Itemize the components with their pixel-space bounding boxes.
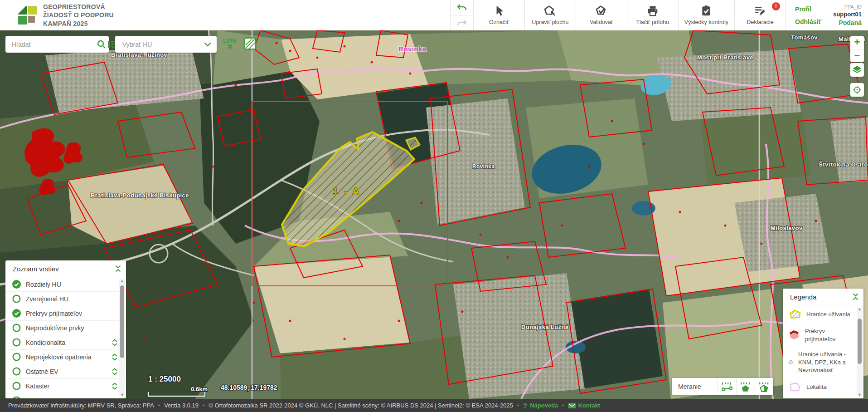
layer-label: Prekryv prijímateľov: [26, 310, 82, 317]
scroll-down-arrow[interactable]: ▼: [857, 392, 863, 397]
unchecked-circle-icon[interactable]: [12, 396, 21, 398]
scroll-up-arrow[interactable]: ▲: [119, 279, 125, 283]
alert-badge: !: [772, 2, 780, 10]
measure-area-partial-icon: [758, 381, 770, 392]
map-label-most-pri-bratislave: Most pri Bratislave: [697, 54, 753, 61]
layer-item-vrstvy[interactable]: Vrstvy: [5, 393, 126, 398]
expand-chevrons-icon[interactable]: [112, 383, 118, 390]
layers-panel-header: Zoznam vrstiev: [5, 260, 126, 277]
validate-button[interactable]: Validovať: [576, 0, 627, 30]
select-hu-dropdown[interactable]: Vybrať HU: [115, 36, 217, 53]
search-button[interactable]: [97, 36, 107, 53]
app-title: GEOPRIESTOROVÁ ŽIADOSŤ O PODPORU KAMPAŇ …: [43, 3, 114, 28]
zoom-in-button[interactable]: +: [850, 36, 864, 49]
unchecked-circle-icon[interactable]: [12, 382, 21, 390]
logout-link[interactable]: Odhlásiť: [795, 18, 821, 25]
crosshair-icon: [852, 85, 862, 95]
expand-chevrons-icon[interactable]: [112, 353, 118, 361]
edit-area-button[interactable]: Upraviť plochu: [525, 0, 576, 30]
layer-item-prekryv-prijimatelov[interactable]: Prekryv prijímateľov: [5, 306, 126, 321]
legend-panel: Legenda Hranice užívania Prekryv prijíma…: [783, 289, 863, 398]
parcel-hatch-toggle-button[interactable]: [243, 37, 257, 52]
layer-item-neprojektove-opatrenia[interactable]: Neprojektové opatrenia: [5, 350, 126, 364]
search-box: [5, 36, 109, 53]
scroll-up-arrow[interactable]: ▲: [857, 307, 863, 311]
select-tool-button[interactable]: Označiť: [474, 0, 525, 30]
redo-button[interactable]: [451, 15, 473, 30]
application-status-badge: Podaná: [839, 19, 862, 26]
yellow-hatched-swatch-icon: [788, 309, 802, 320]
legend-scrollbar[interactable]: ▲ ▼: [857, 307, 863, 397]
undo-redo-group: [450, 0, 474, 30]
layer-item-kondicionalita[interactable]: Kondicionalita: [5, 335, 126, 350]
declarations-button[interactable]: Deklarácie !: [735, 0, 786, 30]
layer-item-neproduktivne-prvky[interactable]: Neproduktívne prvky: [5, 321, 126, 335]
unchecked-circle-icon[interactable]: [12, 353, 21, 361]
expand-chevrons-icon[interactable]: [112, 339, 118, 346]
undo-button[interactable]: [451, 0, 473, 15]
checked-circle-icon[interactable]: [12, 309, 21, 318]
pink-outline-swatch-icon: [788, 382, 802, 392]
account-area: Profil Odhlásiť PPA_ID support01 Podaná: [786, 0, 868, 30]
layer-label: Zverejnené HU: [26, 295, 68, 303]
app-brand: GEOPRIESTOROVÁ ŽIADOSŤ O PODPORU KAMPAŇ …: [0, 0, 114, 30]
measure-distance-button[interactable]: [718, 378, 736, 395]
layer-item-rozdiely-hu[interactable]: Rozdiely HU: [5, 277, 126, 292]
red-overlap-swatch-icon: [788, 329, 800, 341]
legend-item: Prekryv prijímateľov: [783, 324, 863, 347]
unchecked-circle-icon[interactable]: [12, 324, 21, 332]
scrollbar-thumb[interactable]: [858, 319, 862, 364]
help-link[interactable]: ? Nápoveda: [523, 402, 558, 409]
measure-area-partial-button[interactable]: [755, 378, 773, 395]
lpis-clear-button[interactable]: LPIS: [223, 38, 237, 49]
layer-label: Ostatné EV: [26, 368, 58, 375]
scrollbar-thumb[interactable]: [120, 285, 124, 358]
profile-link[interactable]: Profil: [795, 5, 821, 13]
footer-version: Verzia 3.0.19: [164, 402, 199, 409]
measure-area-button[interactable]: [736, 378, 755, 395]
layer-label: Neproduktívne prvky: [26, 324, 84, 332]
username-label: support01: [833, 11, 862, 18]
legend-item: Lokalita: [783, 378, 863, 396]
control-results-button[interactable]: Výsledky kontroly: [679, 0, 735, 30]
layer-label: Vrstvy: [26, 397, 43, 399]
satellite-map[interactable]: 1 - A Bratislava-Ružinov Rovinka Most pr…: [0, 30, 868, 399]
coordinates-readout: 48.10589, 17.19782: [221, 384, 277, 391]
cursor-icon: [493, 5, 505, 17]
layers-panel-title: Zoznam vrstiev: [13, 265, 59, 273]
gray-hatched-swatch-icon: [788, 357, 794, 368]
collapse-panel-icon[interactable]: [852, 293, 859, 300]
map-label-miloslavov: Miloslavov: [771, 225, 803, 231]
layer-item-zverejnene-hu[interactable]: Zverejnené HU: [5, 292, 126, 306]
basemap-layers-button[interactable]: [850, 63, 864, 77]
scroll-down-arrow[interactable]: ▼: [119, 392, 125, 397]
layer-item-kataster[interactable]: Kataster: [5, 379, 126, 393]
unchecked-circle-icon[interactable]: [12, 338, 21, 347]
expand-chevrons-icon[interactable]: [112, 368, 118, 375]
layer-label: Kataster: [26, 383, 49, 390]
contact-link[interactable]: Kontakt: [568, 402, 600, 409]
footer-bar: Prevádzkovateľ infraštruktúry: MPRV SR, …: [0, 399, 868, 412]
map-fields: [0, 30, 868, 399]
search-input[interactable]: [5, 41, 97, 48]
undo-icon: [456, 4, 467, 12]
map-label-rovinka-top: Rovinka: [398, 45, 427, 53]
zoom-out-button[interactable]: −: [850, 49, 864, 63]
map-container: 1 - A Bratislava-Ružinov Rovinka Most pr…: [0, 30, 868, 399]
measure-distance-icon: [721, 381, 733, 392]
unchecked-circle-icon[interactable]: [12, 294, 21, 303]
collapse-panel-icon[interactable]: [115, 265, 121, 272]
printer-icon: [647, 5, 659, 17]
clipboard-check-icon: [700, 5, 712, 17]
layers-scrollbar[interactable]: ▲ ▼: [119, 279, 125, 397]
locate-button[interactable]: [850, 83, 864, 97]
layer-label: Rozdiely HU: [26, 281, 61, 288]
legend-panel-header: Legenda: [783, 289, 863, 305]
print-attachment-button[interactable]: Tlačiť prílohu: [627, 0, 679, 30]
checked-circle-icon[interactable]: [12, 280, 21, 289]
unchecked-circle-icon[interactable]: [12, 367, 21, 376]
layers-list: Rozdiely HU Zverejnené HU Prekryv prijím…: [5, 277, 126, 398]
layer-label: Kondicionalita: [26, 339, 65, 346]
layer-item-ostatne-ev[interactable]: Ostatné EV: [5, 364, 126, 379]
legend-item: Hranice užívania: [783, 305, 863, 324]
